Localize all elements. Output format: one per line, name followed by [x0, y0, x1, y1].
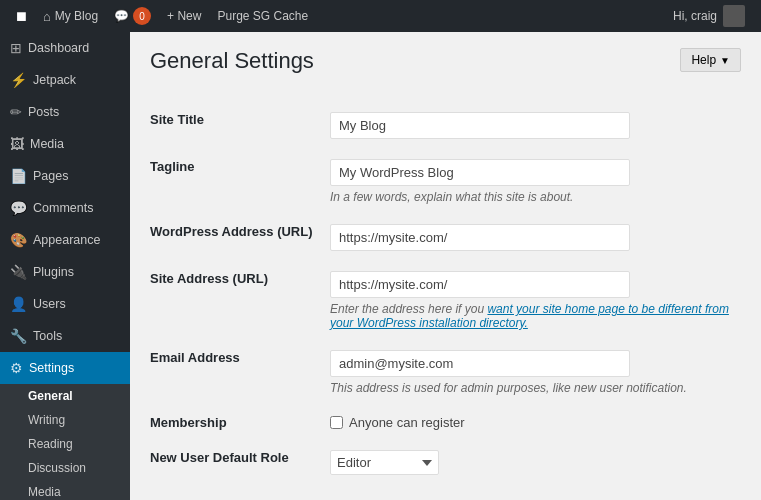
layout: ⊞ Dashboard ⚡ Jetpack ✏ Posts 🖼 Media 📄 … [0, 32, 761, 500]
jetpack-icon: ⚡ [10, 72, 27, 88]
dashboard-icon: ⊞ [10, 40, 22, 56]
site-address-description: Enter the address here if you want your … [330, 302, 741, 330]
comments-icon: 💬 [10, 200, 27, 216]
membership-checkbox-label: Anyone can register [330, 415, 741, 430]
sidebar-item-media[interactable]: 🖼 Media [0, 128, 130, 160]
tagline-row: Tagline In a few words, explain what thi… [150, 149, 741, 214]
sidebar-item-comments[interactable]: 💬 Comments [0, 192, 130, 224]
wp-address-row: WordPress Address (URL) [150, 214, 741, 261]
email-description: This address is used for admin purposes,… [330, 381, 741, 395]
membership-label: Membership [150, 415, 227, 430]
main-content: General Settings Help ▼ Site Title [130, 32, 761, 500]
sidebar-item-dashboard[interactable]: ⊞ Dashboard [0, 32, 130, 64]
sidebar: ⊞ Dashboard ⚡ Jetpack ✏ Posts 🖼 Media 📄 … [0, 32, 130, 500]
sidebar-item-appearance[interactable]: 🎨 Appearance [0, 224, 130, 256]
new-user-role-select[interactable]: Subscriber Contributor Author Editor Adm… [330, 450, 439, 475]
tagline-label: Tagline [150, 159, 195, 174]
email-address-input[interactable] [330, 350, 630, 377]
wp-address-label: WordPress Address (URL) [150, 224, 313, 239]
tools-icon: 🔧 [10, 328, 27, 344]
site-title-input[interactable] [330, 112, 630, 139]
sidebar-item-posts[interactable]: ✏ Posts [0, 96, 130, 128]
site-address-input[interactable] [330, 271, 630, 298]
tagline-description: In a few words, explain what this site i… [330, 190, 741, 204]
submenu-item-reading[interactable]: Reading [0, 432, 130, 456]
sidebar-item-users[interactable]: 👤 Users [0, 288, 130, 320]
sidebar-item-jetpack[interactable]: ⚡ Jetpack [0, 64, 130, 96]
new-user-role-row: New User Default Role Subscriber Contrib… [150, 440, 741, 485]
role-select-wrapper: Subscriber Contributor Author Editor Adm… [330, 450, 741, 475]
wp-address-input[interactable] [330, 224, 630, 251]
adminbar-new[interactable]: + New [159, 0, 209, 32]
site-title-label: Site Title [150, 112, 204, 127]
page-title: General Settings [150, 48, 314, 74]
tagline-input[interactable] [330, 159, 630, 186]
adminbar-wp-logo[interactable]: ■ [8, 0, 35, 32]
settings-submenu: General Writing Reading Discussion Media… [0, 384, 130, 500]
sidebar-item-plugins[interactable]: 🔌 Plugins [0, 256, 130, 288]
adminbar-user-greeting[interactable]: Hi, craig [665, 0, 753, 32]
adminbar-user: Hi, craig [665, 0, 753, 32]
media-icon: 🖼 [10, 136, 24, 152]
submenu-item-discussion[interactable]: Discussion [0, 456, 130, 480]
chevron-down-icon: ▼ [720, 55, 730, 66]
sidebar-item-settings[interactable]: ⚙ Settings [0, 352, 130, 384]
site-address-row: Site Address (URL) Enter the address her… [150, 261, 741, 340]
membership-checkbox[interactable] [330, 416, 343, 429]
email-address-row: Email Address This address is used for a… [150, 340, 741, 405]
adminbar-purge-cache[interactable]: Purge SG Cache [209, 0, 316, 32]
users-icon: 👤 [10, 296, 27, 312]
membership-row: Membership Anyone can register [150, 405, 741, 440]
submenu-item-writing[interactable]: Writing [0, 408, 130, 432]
posts-icon: ✏ [10, 104, 22, 120]
pages-icon: 📄 [10, 168, 27, 184]
new-user-role-label: New User Default Role [150, 450, 289, 465]
submenu-item-general[interactable]: General [0, 384, 130, 408]
sidebar-item-tools[interactable]: 🔧 Tools [0, 320, 130, 352]
email-address-label: Email Address [150, 350, 240, 365]
help-button[interactable]: Help ▼ [680, 48, 741, 72]
sidebar-item-pages[interactable]: 📄 Pages [0, 160, 130, 192]
site-address-label: Site Address (URL) [150, 271, 268, 286]
adminbar-site-name[interactable]: ⌂ My Blog [35, 0, 106, 32]
settings-icon: ⚙ [10, 360, 23, 376]
plugins-icon: 🔌 [10, 264, 27, 280]
submenu-item-media-settings[interactable]: Media [0, 480, 130, 500]
settings-form: Site Title Tagline In a few words, expla… [150, 102, 741, 485]
appearance-icon: 🎨 [10, 232, 27, 248]
site-title-row: Site Title [150, 102, 741, 149]
adminbar-comments[interactable]: 💬 0 [106, 0, 159, 32]
admin-bar: ■ ⌂ My Blog 💬 0 + New Purge SG Cache Hi,… [0, 0, 761, 32]
